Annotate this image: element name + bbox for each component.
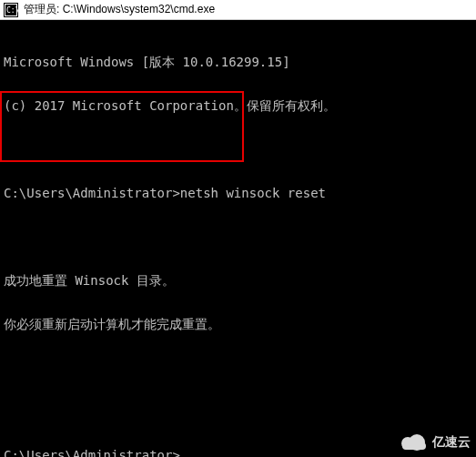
output-line	[4, 229, 472, 244]
output-restart-notice: 你必须重新启动计算机才能完成重置。	[4, 317, 472, 331]
output-line: Microsoft Windows [版本 10.0.16299.15]	[4, 55, 472, 69]
cmd-window: C:\ 管理员: C:\Windows\system32\cmd.exe Mic…	[0, 0, 476, 457]
cmd-icon: C:\	[4, 3, 18, 17]
cloud-icon	[400, 433, 429, 452]
output-success: 成功地重置 Winsock 目录。	[4, 273, 472, 288]
prompt-with-command: C:\Users\Administrator>netsh winsock res…	[4, 186, 472, 200]
watermark: 亿速云	[400, 433, 471, 452]
svg-text:C:\: C:\	[6, 6, 18, 15]
window-title: 管理员: C:\Windows\system32\cmd.exe	[24, 2, 215, 17]
terminal-area[interactable]: Microsoft Windows [版本 10.0.16299.15] (c)…	[0, 20, 476, 457]
output-line: (c) 2017 Microsoft Corporation。保留所有权利。	[4, 98, 472, 113]
window-titlebar[interactable]: C:\ 管理员: C:\Windows\system32\cmd.exe	[0, 0, 476, 20]
output-line	[4, 142, 472, 157]
output-line	[4, 361, 472, 375]
cursor	[180, 450, 187, 457]
watermark-text: 亿速云	[432, 434, 471, 451]
output-line	[4, 404, 472, 419]
